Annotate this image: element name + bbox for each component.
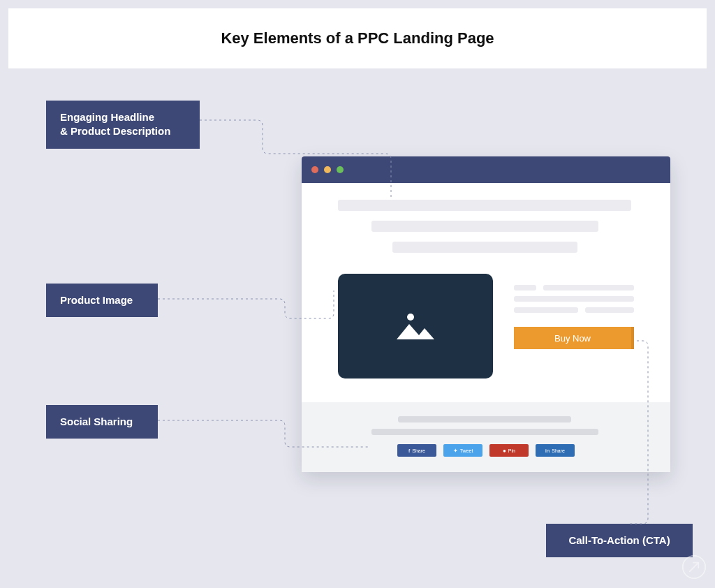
window-dot-red [311, 166, 318, 173]
placeholder-desc-2 [543, 285, 634, 291]
placeholder-desc-3 [514, 296, 634, 302]
placeholder-desc-1 [514, 285, 536, 291]
label-product-image: Product Image [46, 284, 158, 317]
share-linkedin[interactable]: inShare [536, 444, 575, 457]
placeholder-footer-1 [398, 416, 571, 422]
twitter-icon: ✦ [453, 448, 458, 454]
placeholder-footer-2 [371, 429, 598, 435]
placeholder-headline-3 [392, 242, 577, 253]
share-facebook-label: Share [412, 448, 425, 453]
watermark-icon [681, 554, 707, 580]
placeholder-desc-5 [585, 307, 634, 313]
linkedin-icon: in [545, 448, 550, 454]
browser-body: Buy Now fShare ✦Tweet ●Pin inShare [302, 183, 670, 472]
pinterest-icon: ● [503, 448, 506, 454]
placeholder-headline-2 [371, 221, 598, 232]
label-cta: Call-To-Action (CTA) [546, 524, 693, 557]
placeholder-desc-4 [514, 307, 578, 313]
share-facebook[interactable]: fShare [397, 444, 436, 457]
share-twitter[interactable]: ✦Tweet [443, 444, 482, 457]
window-dot-yellow [324, 166, 331, 173]
share-twitter-label: Tweet [460, 448, 473, 453]
placeholder-headline-1 [338, 200, 631, 211]
product-image-block [338, 274, 493, 378]
browser-titlebar [302, 156, 670, 183]
cta-button[interactable]: Buy Now [514, 327, 634, 349]
share-linkedin-label: Share [552, 448, 565, 453]
title-bar: Key Elements of a PPC Landing Page [8, 8, 707, 68]
page-title: Key Elements of a PPC Landing Page [221, 29, 494, 47]
svg-point-0 [407, 314, 414, 321]
image-icon [391, 309, 440, 344]
label-headline: Engaging Headline& Product Description [46, 101, 200, 149]
label-social-sharing: Social Sharing [46, 405, 158, 439]
browser-mock: Buy Now fShare ✦Tweet ●Pin inShare [302, 156, 670, 472]
browser-footer: fShare ✦Tweet ●Pin inShare [302, 402, 670, 472]
facebook-icon: f [408, 448, 410, 454]
share-pinterest[interactable]: ●Pin [489, 444, 529, 457]
share-row: fShare ✦Tweet ●Pin inShare [302, 444, 670, 457]
window-dot-green [337, 166, 344, 173]
share-pinterest-label: Pin [508, 448, 515, 453]
